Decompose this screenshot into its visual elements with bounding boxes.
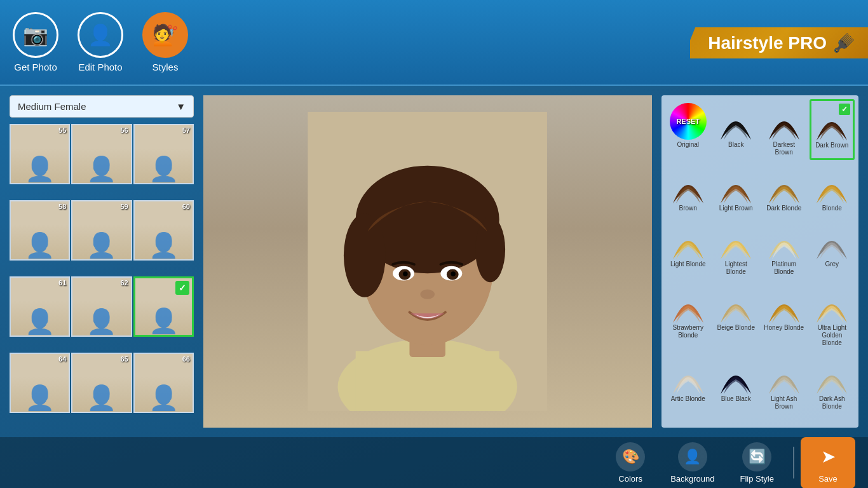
light-blonde-swatch-img	[670, 222, 707, 259]
light-ash-brown-swatch-img	[766, 357, 803, 394]
background-icon: 👤	[678, 442, 707, 471]
blue-black-swatch-img	[717, 357, 754, 394]
style-thumb-57[interactable]: 57	[133, 124, 194, 184]
reset-icon: RESET	[670, 103, 707, 140]
style-thumb-59[interactable]: 59	[71, 200, 132, 261]
light-brown-swatch-img	[717, 166, 754, 203]
swatch-label: Honey Blonde	[764, 324, 804, 332]
flip-style-btn[interactable]: 🔄 Flip Style	[728, 442, 787, 484]
styles-icon: 💇	[142, 12, 188, 58]
style-thumb-61[interactable]: 61	[10, 276, 70, 337]
style-number: 57	[182, 126, 190, 134]
reset-text: RESET	[676, 118, 700, 125]
color-swatch-dark-brown[interactable]: Dark Brown	[810, 99, 855, 160]
svg-point-7	[475, 217, 505, 283]
colors-btn[interactable]: 🎨 Colors	[603, 442, 658, 484]
background-btn[interactable]: 👤 Background	[658, 442, 727, 484]
color-swatch-brown[interactable]: Brown	[665, 163, 711, 216]
dark-blonde-swatch-img	[766, 166, 803, 203]
swatch-label: Beige Blonde	[717, 324, 756, 332]
color-swatch-blue-black[interactable]: Blue Black	[714, 353, 759, 414]
beige-blonde-swatch-img	[717, 286, 754, 323]
swatch-label: Original	[677, 141, 699, 149]
edit-photo-btn[interactable]: 👤 Edit Photo	[78, 12, 123, 72]
dark-ash-blonde-swatch-img	[813, 357, 850, 394]
platinum-blonde-swatch-img	[766, 222, 803, 259]
style-number: 55	[58, 126, 66, 134]
styles-label: Styles	[153, 62, 179, 72]
dark-brown-swatch-img	[813, 104, 850, 140]
brown-swatch-img	[670, 166, 707, 203]
app-title: Hairstyle PRO	[708, 33, 827, 53]
color-swatch-dark-ash-blonde[interactable]: Dark Ash Blonde	[810, 353, 855, 414]
style-number: 64	[58, 355, 66, 363]
style-thumb-64[interactable]: 64	[10, 353, 70, 413]
logo-comb-icon: 🪮	[833, 32, 855, 53]
color-swatch-honey-blonde[interactable]: Honey Blonde	[761, 282, 807, 351]
style-number: 60	[182, 203, 190, 210]
svg-point-6	[344, 214, 386, 297]
face-illustration	[203, 95, 652, 428]
photo-canvas	[203, 95, 652, 428]
color-swatch-black[interactable]: Black	[714, 99, 759, 160]
bottom-bar: 🎨 Colors 👤 Background 🔄 Flip Style ➤ Sav…	[0, 437, 868, 488]
swatch-label: Black	[728, 141, 743, 149]
styles-btn[interactable]: 💇 Styles	[142, 12, 188, 72]
style-number: 56	[120, 126, 128, 134]
color-swatch-original[interactable]: RESET Original	[665, 99, 711, 160]
style-category-dropdown[interactable]: Medium Female ▼	[10, 95, 194, 118]
color-swatch-darkest-brown[interactable]: Darkest Brown	[761, 99, 807, 160]
swatch-label: Dark Blonde	[766, 205, 801, 212]
svg-point-12	[403, 272, 408, 277]
swatch-label: Brown	[679, 205, 697, 212]
style-grid: 55 56 57 58 59 60	[10, 124, 194, 428]
style-number: 58	[58, 203, 66, 210]
logo-area: Hairstyle PRO 🪮	[690, 0, 868, 86]
style-thumb-55[interactable]: 55	[10, 124, 70, 184]
flip-style-label: Flip Style	[740, 474, 774, 484]
style-panel: Medium Female ▼ 55 56 57 58	[10, 95, 194, 428]
original-swatch-img: RESET	[670, 103, 707, 140]
style-thumb-62[interactable]: 62	[71, 276, 132, 337]
style-thumb-60[interactable]: 60	[133, 200, 194, 261]
style-thumb-65[interactable]: 65	[71, 353, 132, 413]
style-thumb-56[interactable]: 56	[71, 124, 132, 184]
swatch-label: Blue Black	[721, 395, 751, 403]
color-swatch-dark-blonde[interactable]: Dark Blonde	[761, 163, 807, 216]
color-swatch-light-ash-brown[interactable]: Light Ash Brown	[761, 353, 807, 414]
swatch-label: Dark Ash Blonde	[812, 395, 853, 410]
get-photo-btn[interactable]: 📷 Get Photo	[13, 12, 58, 72]
flip-style-icon: 🔄	[742, 442, 771, 471]
logo-background: Hairstyle PRO 🪮	[690, 27, 868, 58]
style-thumb-66[interactable]: 66	[133, 353, 194, 413]
style-thumb-63[interactable]: ✓	[133, 276, 194, 337]
style-number: 66	[182, 355, 190, 363]
color-swatch-blonde[interactable]: Blonde	[810, 163, 855, 216]
swatch-label: Light Brown	[719, 205, 753, 212]
swatch-label: Strawberry Blonde	[668, 324, 709, 339]
color-swatch-platinum-blonde[interactable]: Platinum Blonde	[761, 219, 807, 280]
selected-check-icon: ✓	[175, 281, 189, 295]
swatch-label: Lightest Blonde	[716, 261, 757, 276]
color-swatch-artic-blonde[interactable]: Artic Blonde	[665, 353, 711, 414]
color-swatch-light-brown[interactable]: Light Brown	[714, 163, 759, 216]
style-number: 62	[120, 279, 128, 287]
black-swatch-img	[717, 103, 754, 140]
color-panel: RESET Original Black Darkest Brown	[661, 95, 858, 428]
blonde-swatch-img	[813, 166, 850, 203]
color-swatch-grey[interactable]: Grey	[810, 219, 855, 280]
color-swatch-ultra-light-golden[interactable]: Ultra Light Golden Blonde	[810, 282, 855, 351]
get-photo-icon: 📷	[13, 12, 58, 58]
chevron-down-icon: ▼	[176, 101, 186, 112]
color-grid: RESET Original Black Darkest Brown	[665, 99, 855, 414]
save-btn[interactable]: ➤ Save	[801, 437, 855, 489]
color-swatch-beige-blonde[interactable]: Beige Blonde	[714, 282, 759, 351]
swatch-label: Platinum Blonde	[764, 261, 804, 276]
color-swatch-lightest-blonde[interactable]: Lightest Blonde	[714, 219, 759, 280]
swatch-label: Blonde	[822, 205, 842, 212]
color-swatch-light-blonde[interactable]: Light Blonde	[665, 219, 711, 280]
style-thumb-58[interactable]: 58	[10, 200, 70, 261]
save-icon: ➤	[813, 442, 843, 471]
divider	[793, 447, 794, 478]
color-swatch-strawberry-blonde[interactable]: Strawberry Blonde	[665, 282, 711, 351]
